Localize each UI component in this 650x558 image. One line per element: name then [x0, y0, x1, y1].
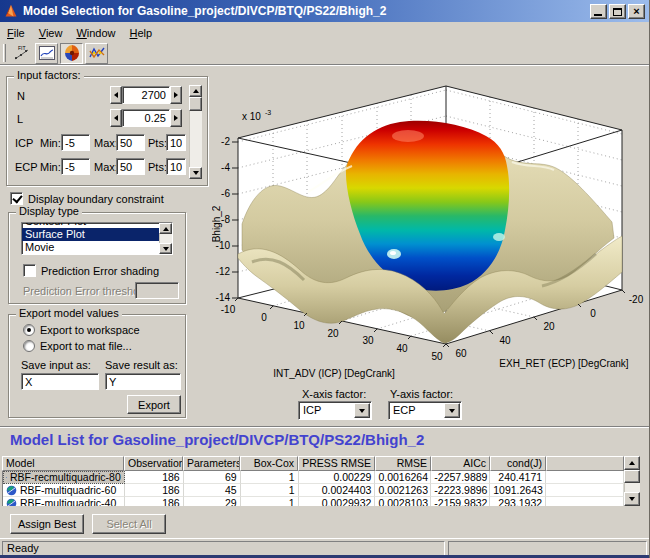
table-row[interactable]: RBF-multiquadric-60 186 45 1 0.0024403 0…	[3, 484, 624, 497]
down-arrow-icon	[193, 171, 199, 175]
window-title: Model Selection for Gasoline_project/DIV…	[23, 4, 386, 18]
ecp-max-field[interactable]	[116, 158, 145, 175]
model-name-cell: RBF-multiquadric-60	[3, 484, 125, 497]
display-type-listbox[interactable]: Contour Plot Surface Plot Movie	[21, 222, 173, 255]
column-header-aicc[interactable]: AICc	[431, 456, 490, 471]
column-header-press-rmse[interactable]: PRESS RMSE	[298, 456, 375, 471]
n-spin-right-button[interactable]	[170, 86, 182, 104]
n-spin-left-button[interactable]	[110, 86, 122, 104]
column-header-rmse[interactable]: RMSE	[375, 456, 431, 471]
export-matfile-radio[interactable]	[23, 340, 35, 352]
icp-max-field[interactable]	[116, 134, 145, 151]
list-item-movie[interactable]: Movie	[22, 241, 172, 254]
scroll-down-button[interactable]	[189, 167, 202, 179]
y-axis-factor-value: ECP	[393, 404, 416, 416]
cell-aicc: -2159.9832	[431, 497, 490, 506]
menu-view[interactable]: View	[32, 24, 70, 41]
icp-min-field[interactable]	[61, 134, 90, 151]
model-name: RBF-multiquadric-60	[20, 484, 116, 497]
scroll-thumb[interactable]	[624, 470, 640, 483]
input-factors-group: Input factors: N L ICP Min: Max: Pts: EC…	[6, 76, 208, 186]
statusbar: Ready	[0, 538, 650, 556]
ecp-pts-field[interactable]	[166, 158, 186, 175]
cell-condj: 293.1932	[490, 497, 546, 506]
surface-view-button[interactable]	[60, 43, 83, 64]
svg-text:20: 20	[543, 321, 555, 332]
down-arrow-icon	[629, 497, 635, 501]
list-item-clipped[interactable]: Contour Plot	[22, 223, 172, 228]
dropdown-button[interactable]	[354, 403, 370, 418]
column-header-observations[interactable]: Observations	[124, 456, 183, 471]
z-exponent-power: -3	[265, 109, 271, 116]
fit-model-button[interactable]: FIT	[10, 43, 33, 64]
right-arrow-icon	[174, 115, 178, 121]
model-icon	[6, 485, 17, 496]
cell-filler	[546, 471, 624, 484]
scroll-up-button[interactable]	[189, 85, 202, 97]
prediction-error-shading-checkbox[interactable]	[23, 264, 36, 277]
x-axis-label: INT_ADV (ICP) [DegCrank]	[273, 368, 395, 379]
save-result-field[interactable]	[105, 373, 181, 390]
surface-plot-canvas[interactable]: -2 -4 -6 -8 -10 -12 -14 -10 0 10 20 30 4…	[212, 74, 649, 396]
cell-aicc: -2223.9896	[431, 484, 490, 497]
l-spin-right-button[interactable]	[170, 109, 182, 127]
l-spin-left-button[interactable]	[110, 109, 122, 127]
export-button[interactable]: Export	[127, 395, 181, 414]
dropdown-button[interactable]	[444, 403, 460, 418]
menu-window[interactable]: Window	[69, 24, 122, 41]
scroll-up-button[interactable]	[624, 456, 640, 470]
l-value-field[interactable]	[122, 109, 170, 127]
specular-highlight	[493, 233, 505, 241]
scroll-down-button[interactable]	[624, 492, 640, 506]
toolbar-grip[interactable]	[3, 44, 6, 62]
export-group-title: Export model values	[16, 307, 122, 319]
list-item-surface-plot[interactable]: Surface Plot	[22, 228, 172, 241]
save-input-field[interactable]	[21, 373, 99, 390]
cell-observations: 186	[125, 484, 184, 497]
model-name-cell: RBF-multiquadric-40	[3, 497, 125, 506]
n-value-field[interactable]	[122, 86, 170, 104]
input-factors-title: Input factors:	[14, 69, 84, 81]
right-arrow-icon	[174, 92, 178, 98]
close-button[interactable]: ×	[628, 4, 645, 19]
column-header-parameters[interactable]: Parameters	[183, 456, 240, 471]
ecp-min-field[interactable]	[61, 158, 90, 175]
table-row[interactable]: RBF-multiquadric-40 186 29 1 0.0029932 0…	[3, 497, 624, 506]
svg-text:-6: -6	[221, 188, 230, 199]
menu-help[interactable]: Help	[123, 24, 160, 41]
cell-press-rmse: 0.0024403	[299, 484, 376, 497]
svg-text:0: 0	[590, 308, 596, 319]
menu-file[interactable]: File	[0, 24, 32, 41]
cell-observations: 186	[125, 497, 184, 506]
model-table-body: RBF-recmultiquadric-80 186 69 1 0.00229 …	[2, 471, 624, 506]
x-axis-factor-value: ICP	[303, 404, 321, 416]
response-surface-button[interactable]	[35, 43, 58, 64]
y-axis-factor-dropdown[interactable]: ECP	[388, 401, 462, 420]
svg-text:-12: -12	[216, 266, 231, 277]
cross-section-button[interactable]	[85, 43, 108, 64]
factor-l-label: L	[17, 113, 23, 125]
svg-text:0: 0	[261, 312, 267, 323]
display-boundary-checkbox[interactable]	[10, 192, 23, 205]
column-header-condj[interactable]: cond(J)	[490, 456, 546, 471]
icp-pts-field[interactable]	[166, 134, 186, 151]
table-row[interactable]: RBF-recmultiquadric-80 186 69 1 0.00229 …	[3, 471, 624, 484]
prediction-error-shading-label: Prediction Error shading	[41, 265, 159, 277]
export-workspace-label: Export to workspace	[40, 324, 140, 336]
x-axis-factor-label: X-axis factor:	[302, 388, 366, 400]
svg-text:FIT: FIT	[18, 45, 26, 51]
scroll-thumb[interactable]	[189, 97, 202, 111]
cell-filler	[546, 497, 624, 506]
specular-highlight	[390, 251, 396, 255]
maximize-button[interactable]	[609, 4, 626, 19]
column-header-model[interactable]: Model	[2, 456, 124, 471]
export-workspace-radio[interactable]	[23, 324, 35, 336]
scroll-down-button[interactable]	[159, 243, 172, 254]
x-axis-factor-dropdown[interactable]: ICP	[298, 401, 372, 420]
scroll-up-button[interactable]	[159, 223, 172, 234]
assign-best-button[interactable]: Assign Best	[10, 514, 84, 534]
column-header-boxcox[interactable]: Box-Cox	[240, 456, 298, 471]
minimize-button[interactable]	[590, 4, 607, 19]
select-all-button[interactable]: Select All	[92, 514, 166, 534]
y-axis-label: EXH_RET (ECP) [DegCrank]	[499, 358, 629, 369]
